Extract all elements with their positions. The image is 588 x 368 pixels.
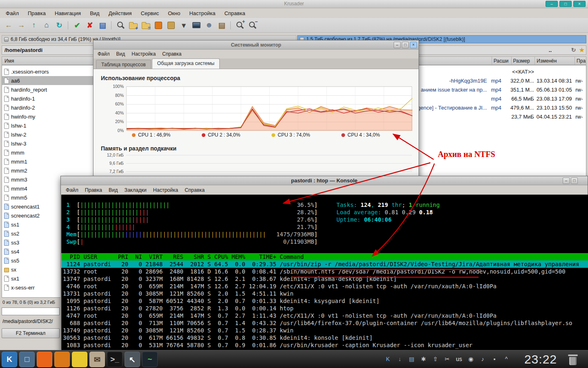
menu-item[interactable]: Правка (85, 187, 102, 193)
volume-icon[interactable]: ♪ (479, 355, 487, 364)
process-row[interactable]: 1126 pastordi 20 0 27820 3756 2852 R 1.3… (61, 305, 588, 312)
updates-icon[interactable]: ↓ (396, 355, 404, 364)
minimize-button[interactable]: – (546, 1, 558, 7)
process-row[interactable]: 4747 root 20 0 659M 214M 147M S 0.7 2.7 … (61, 312, 588, 319)
kickoff-menu-icon[interactable]: K (2, 352, 17, 367)
network-icon[interactable]: ◉ (467, 355, 475, 364)
menu-item[interactable]: Действия (109, 10, 132, 16)
trash-icon[interactable] (568, 354, 578, 366)
oscilloscope-icon[interactable]: ~ (142, 352, 158, 367)
amarok-icon[interactable] (54, 352, 70, 367)
tab[interactable]: Общая загрузка системы (152, 58, 220, 69)
maximize-button[interactable]: □ (402, 42, 409, 48)
archive-button[interactable]: ▤ (216, 20, 227, 31)
pager-icon[interactable]: ▤ (408, 355, 416, 364)
menu-item[interactable]: Файл (66, 187, 78, 193)
refresh-button[interactable]: ↻ (54, 20, 65, 31)
keyboard-layout-indicator[interactable]: us (455, 355, 463, 364)
filter-input[interactable] (2, 307, 60, 315)
tab[interactable]: Таблица процессов (96, 60, 151, 69)
cancel-button[interactable]: ✘ (85, 20, 95, 31)
separator[interactable] (110, 20, 113, 31)
bookmark-star-icon[interactable]: ★ (579, 47, 584, 53)
konsole-icon[interactable]: >_ (107, 352, 122, 367)
menu-item[interactable]: Справка (162, 51, 181, 57)
process-row[interactable]: 30563 pastordi 20 0 617M 66156 49832 S 0… (61, 334, 588, 341)
column-header-size[interactable]: Размер (512, 57, 535, 65)
separator[interactable] (229, 20, 232, 31)
kmail-icon[interactable]: ✉ (89, 352, 105, 367)
taskbar-clock[interactable]: 23:22 (524, 352, 557, 366)
firefox-icon[interactable] (37, 352, 52, 367)
process-row[interactable]: 13732 root 20 0 28696 2480 1816 D 16.6 0… (61, 268, 588, 275)
settings-gear-icon[interactable]: ✱ (419, 355, 428, 364)
close-button[interactable]: × (573, 1, 586, 7)
terminal-button[interactable] (191, 20, 202, 31)
menu-item[interactable]: Вид (109, 187, 118, 193)
close-button[interactable]: × (410, 42, 417, 48)
menu-item[interactable]: Закладки (125, 187, 147, 193)
process-row[interactable]: 1095 pastordi 20 0 587M 60512 44340 S 2.… (61, 297, 588, 305)
sysmon-titlebar[interactable]: Системный монитор –□× (94, 40, 419, 49)
input-method-icon[interactable]: ⇧ (431, 355, 439, 364)
process-row[interactable]: 1083 pastordi 20 0 531M 76764 58780 S 0.… (61, 341, 588, 349)
menu-item[interactable]: Файл (6, 10, 19, 16)
process-row[interactable]: 13731 pastordi 20 0 3085M 121M 85260 S 2… (61, 290, 588, 297)
process-row[interactable]: 688 pastordi 20 0 713M 110M 70656 S 0.7 … (61, 319, 588, 327)
show-desktop-icon[interactable]: □ (19, 352, 35, 367)
find-button[interactable] (115, 20, 126, 31)
menu-item[interactable]: Настройка (131, 51, 156, 57)
cursor-tool-icon[interactable]: ↖ (125, 352, 140, 367)
command-line[interactable]: /media/pastordi/DISK2/ (2, 319, 60, 324)
home-button[interactable]: ⌂ (41, 20, 52, 31)
up-dir-label[interactable]: .. (549, 47, 552, 53)
compare-dirs-button[interactable]: = (140, 20, 151, 31)
process-row[interactable]: 13749 pastordi 20 0 3085M 121M 85260 S 0… (61, 327, 588, 334)
konsole-titlebar[interactable]: pastordi : htop — Konsole –□ (61, 176, 588, 185)
menu-item[interactable]: Навигация (55, 10, 81, 16)
apply-button[interactable]: ✔ (72, 20, 82, 31)
back-button[interactable]: ← (3, 20, 14, 31)
tools-button[interactable] (153, 20, 164, 31)
maximize-button[interactable]: □ (571, 177, 578, 184)
clipboard-button[interactable]: ▤ (97, 20, 108, 31)
menu-item[interactable]: Настройка (189, 10, 215, 16)
column-header-ext[interactable]: Расши (492, 57, 512, 65)
up-button[interactable]: ↑ (29, 20, 39, 31)
minimize-button[interactable]: – (563, 177, 570, 184)
package-button[interactable] (166, 20, 176, 31)
htop-table-header[interactable]: PID USER PRI NI VIRT RES SHR S CPU% MEM%… (61, 253, 588, 260)
fn-key-terminal-button[interactable]: F2 Терминал (2, 328, 60, 338)
process-row[interactable]: 1124 pastordi 20 0 21848 2544 2012 S 64.… (61, 260, 588, 268)
zoom-in-button[interactable]: + (234, 20, 245, 31)
menu-item[interactable]: Вид (90, 10, 100, 16)
menu-item[interactable]: Настройка (153, 187, 178, 193)
separator[interactable] (67, 20, 70, 31)
krusader-titlebar[interactable]: Krusader –□× (0, 0, 588, 8)
column-header-perm[interactable]: Пра (575, 57, 586, 65)
terminal[interactable]: 1 [|||||||||||||||||||||||||| 36.5%] 2 [… (61, 195, 588, 354)
menu-item[interactable]: Справка (224, 10, 245, 16)
forward-button[interactable]: → (16, 20, 27, 31)
new-folder-button[interactable]: + (128, 20, 138, 31)
maximize-button[interactable]: □ (559, 1, 572, 7)
column-header-date[interactable]: Изменён (535, 57, 575, 65)
menu-item[interactable]: Правка (28, 10, 46, 16)
kde-app-icon[interactable]: K (384, 355, 392, 364)
expand-tray-icon[interactable]: ^ (502, 355, 510, 364)
user-button[interactable]: ☻ (204, 20, 214, 31)
minimize-button[interactable]: – (394, 42, 401, 48)
menu-item[interactable]: Вид (116, 51, 125, 57)
zoom-out-button[interactable]: − (247, 20, 258, 31)
queue-dropdown-button[interactable]: ▾ (178, 20, 189, 31)
process-row[interactable]: 4746 root 20 0 659M 214M 147M S 12.6 2.7… (61, 283, 588, 290)
menu-item[interactable]: Файл (98, 51, 110, 57)
kopete-icon[interactable] (72, 352, 87, 367)
klipper-icon[interactable]: ✂ (443, 355, 451, 364)
display-icon[interactable]: ▪ (490, 355, 499, 364)
menu-item[interactable]: Сервис (141, 10, 159, 16)
history-icon[interactable]: ↻ (571, 47, 576, 53)
menu-item[interactable]: Окно (168, 10, 180, 16)
menu-item[interactable]: Справка (185, 187, 205, 193)
column-header-name[interactable]: Имя (2, 58, 14, 64)
